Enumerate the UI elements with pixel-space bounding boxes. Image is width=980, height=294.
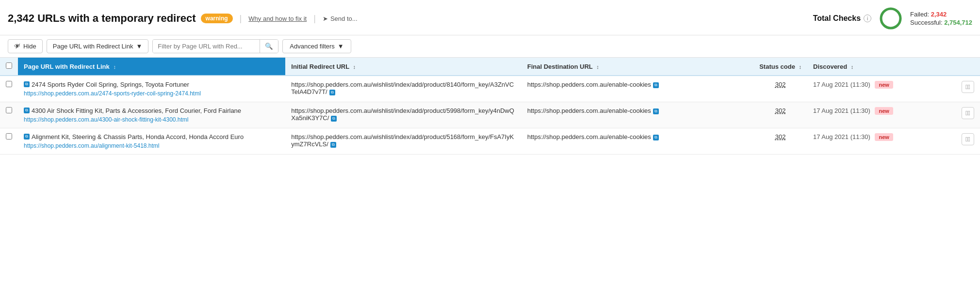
checks-stats: Failed: 2,342 Successful: 2,754,712 bbox=[910, 11, 972, 26]
success-stat: Successful: 2,754,712 bbox=[910, 19, 972, 26]
success-count: 2,754,712 bbox=[944, 19, 972, 26]
hide-icon: 👁︎​̸ bbox=[14, 43, 20, 50]
send-to-label: Send to... bbox=[330, 15, 358, 22]
status-code-value: 302 bbox=[775, 107, 786, 114]
external-link-icon: ⧉ bbox=[24, 108, 30, 113]
page-url-link[interactable]: https://shop.pedders.com.au/2474-sports-… bbox=[24, 90, 201, 97]
status-code-cell: 302 bbox=[753, 76, 807, 102]
initial-redirect-cell: https://shop.pedders.com.au/wishlist/ind… bbox=[285, 102, 521, 128]
new-badge: new bbox=[875, 107, 893, 115]
status-code-cell: 302 bbox=[753, 102, 807, 128]
final-dest-cell: https://shop.pedders.com.au/enable-cooki… bbox=[522, 102, 753, 128]
ext-icon-final: ⧉ bbox=[653, 108, 659, 114]
divider-2: | bbox=[311, 14, 318, 24]
col-discovered-label: Discovered bbox=[813, 63, 847, 70]
hide-row-button[interactable]: 👁︎̸ bbox=[962, 81, 974, 93]
divider-1: | bbox=[238, 14, 244, 24]
row-checkbox[interactable] bbox=[6, 107, 12, 113]
svg-point-1 bbox=[881, 9, 900, 28]
advanced-filters-button[interactable]: Advanced filters ▼ bbox=[282, 39, 351, 53]
sort-icon-discovered: ↕ bbox=[851, 64, 854, 70]
hide-label: Hide bbox=[23, 43, 36, 50]
col-final-dest-label: Final Destination URL bbox=[527, 63, 593, 70]
sort-icon-final: ↕ bbox=[596, 64, 599, 70]
total-checks-panel: Total Checks i Failed: 2,342 Successful:… bbox=[813, 6, 972, 31]
ext-icon-initial: ⧉ bbox=[330, 142, 336, 148]
ext-icon-initial: ⧉ bbox=[331, 116, 337, 122]
discovered-date: 17 Aug 2021 (11:30) bbox=[813, 81, 870, 88]
sort-icon-status: ↕ bbox=[799, 64, 802, 70]
row-checkbox-cell bbox=[0, 76, 18, 102]
external-link-icon: ⧉ bbox=[24, 81, 30, 87]
row-checkbox[interactable] bbox=[6, 81, 12, 87]
hide-row-button[interactable]: 👁︎̸ bbox=[962, 107, 974, 119]
col-final-dest[interactable]: Final Destination URL ↕ bbox=[522, 58, 753, 76]
page-url-link[interactable]: https://shop.pedders.com.au/4300-air-sho… bbox=[24, 116, 189, 123]
status-code-value: 302 bbox=[775, 133, 786, 140]
chevron-down-icon-adv: ▼ bbox=[338, 43, 344, 50]
status-code-cell: 302 bbox=[753, 128, 807, 155]
advanced-filters-label: Advanced filters bbox=[290, 43, 335, 50]
col-page-url[interactable]: Page URL with Redirect Link ↕ bbox=[18, 58, 285, 76]
sort-icon-page-url: ↕ bbox=[113, 64, 116, 70]
send-to-button[interactable]: ➤ Send to... bbox=[323, 15, 358, 22]
col-page-url-label: Page URL with Redirect Link bbox=[24, 63, 110, 70]
hide-button[interactable]: 👁︎​̸ Hide bbox=[8, 39, 43, 53]
action-cell: 👁︎̸ bbox=[956, 102, 980, 128]
page-title-text: ⧉ 2474 Sports Ryder Coil Spring, Springs… bbox=[24, 81, 279, 88]
search-input[interactable] bbox=[153, 40, 260, 53]
donut-chart bbox=[878, 6, 903, 31]
send-icon: ➤ bbox=[323, 15, 328, 22]
search-container: 🔍 bbox=[152, 39, 278, 53]
page-title: 2,342 URLs with a temporary redirect bbox=[8, 12, 196, 25]
ext-icon-final: ⧉ bbox=[653, 82, 659, 88]
chevron-down-icon: ▼ bbox=[136, 43, 142, 50]
col-status-label: Status code bbox=[759, 63, 795, 70]
total-checks-title-col: Total Checks i bbox=[813, 14, 871, 23]
failed-count: 2,342 bbox=[931, 11, 947, 18]
table-row: ⧉ 4300 Air Shock Fitting Kit, Parts & Ac… bbox=[0, 102, 980, 128]
col-initial-redirect[interactable]: Initial Redirect URL ↕ bbox=[285, 58, 521, 76]
page-item-title: 2474 Sports Ryder Coil Spring, Springs, … bbox=[32, 81, 189, 88]
final-dest-cell: https://shop.pedders.com.au/enable-cooki… bbox=[522, 76, 753, 102]
sort-icon-initial: ↕ bbox=[353, 64, 356, 70]
new-badge: new bbox=[875, 133, 893, 141]
discovered-date: 17 Aug 2021 (11:30) bbox=[813, 133, 870, 140]
search-button[interactable]: 🔍 bbox=[260, 40, 278, 53]
discovered-cell: 17 Aug 2021 (11:30) new bbox=[807, 76, 956, 102]
top-bar: 2,342 URLs with a temporary redirect war… bbox=[0, 0, 980, 35]
final-dest-cell: https://shop.pedders.com.au/enable-cooki… bbox=[522, 128, 753, 155]
page-url-cell: ⧉ 4300 Air Shock Fitting Kit, Parts & Ac… bbox=[18, 102, 285, 128]
toolbar: 👁︎​̸ Hide Page URL with Redirect Link ▼ … bbox=[0, 35, 980, 58]
column-filter-dropdown[interactable]: Page URL with Redirect Link ▼ bbox=[47, 39, 149, 53]
action-cell: 👁︎̸ bbox=[956, 76, 980, 102]
row-checkbox-cell bbox=[0, 128, 18, 155]
page-url-cell: ⧉ Alignment Kit, Steering & Chassis Part… bbox=[18, 128, 285, 155]
page-item-title: Alignment Kit, Steering & Chassis Parts,… bbox=[32, 133, 244, 140]
warning-badge: warning bbox=[201, 14, 233, 23]
initial-redirect-cell: https://shop.pedders.com.au/wishlist/ind… bbox=[285, 128, 521, 155]
status-code-value: 302 bbox=[775, 81, 786, 88]
column-filter-label: Page URL with Redirect Link bbox=[53, 43, 133, 50]
action-cell: 👁︎̸ bbox=[956, 128, 980, 155]
info-icon[interactable]: i bbox=[864, 15, 871, 22]
external-link-icon: ⧉ bbox=[24, 134, 30, 139]
new-badge: new bbox=[875, 81, 893, 89]
page-title-text: ⧉ Alignment Kit, Steering & Chassis Part… bbox=[24, 133, 279, 140]
header-checkbox-cell bbox=[0, 58, 18, 76]
page-url-link[interactable]: https://shop.pedders.com.au/alignment-ki… bbox=[24, 142, 159, 149]
initial-redirect-cell: https://shop.pedders.com.au/wishlist/ind… bbox=[285, 76, 521, 102]
fix-link[interactable]: Why and how to fix it bbox=[248, 15, 307, 22]
select-all-checkbox[interactable] bbox=[6, 62, 12, 69]
data-table: Page URL with Redirect Link ↕ Initial Re… bbox=[0, 58, 980, 155]
ext-icon-initial: ⧉ bbox=[329, 90, 335, 95]
col-status-code[interactable]: Status code ↕ bbox=[753, 58, 807, 76]
total-checks-label: Total Checks bbox=[813, 14, 861, 23]
page-title-text: ⧉ 4300 Air Shock Fitting Kit, Parts & Ac… bbox=[24, 107, 279, 114]
row-checkbox[interactable] bbox=[6, 133, 12, 139]
hide-row-button[interactable]: 👁︎̸ bbox=[962, 133, 974, 145]
discovered-cell: 17 Aug 2021 (11:30) new bbox=[807, 102, 956, 128]
col-discovered[interactable]: Discovered ↕ bbox=[807, 58, 956, 76]
ext-icon-final: ⧉ bbox=[653, 135, 659, 140]
eye-off-icon: 👁︎̸ bbox=[965, 83, 970, 91]
